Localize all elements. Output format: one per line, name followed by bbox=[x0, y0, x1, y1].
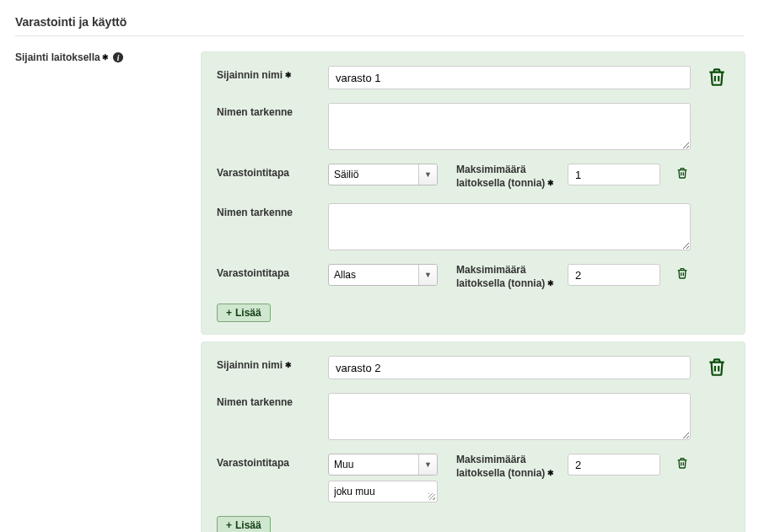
trash-icon[interactable] bbox=[674, 454, 691, 470]
plus-icon: + bbox=[226, 519, 232, 531]
label-varastointitapa: Varastointitapa bbox=[217, 264, 318, 290]
label-sijainnin-nimi: Sijainnin nimi bbox=[217, 66, 318, 89]
label-nimen-tarkenne: Nimen tarkenne bbox=[217, 393, 318, 440]
plus-icon: + bbox=[226, 307, 232, 319]
label-maksimimaara: Maksimimäärä laitoksella (tonnia) bbox=[456, 264, 557, 290]
add-button[interactable]: + Lisää bbox=[217, 516, 271, 532]
trash-icon[interactable] bbox=[674, 164, 691, 180]
storage-extra-input[interactable] bbox=[328, 481, 438, 502]
label-varastointitapa: Varastointitapa bbox=[217, 164, 318, 190]
max-amount-input[interactable] bbox=[568, 454, 660, 476]
page-title: Varastointi ja käyttö bbox=[15, 15, 744, 29]
label-varastointitapa: Varastointitapa bbox=[217, 454, 318, 502]
location-name-input[interactable] bbox=[328, 356, 691, 379]
max-amount-input[interactable] bbox=[568, 164, 660, 185]
add-button-label: Lisää bbox=[235, 519, 261, 531]
side-label-text: Sijainti laitoksella bbox=[15, 51, 109, 63]
storage-desc-textarea[interactable] bbox=[328, 203, 691, 250]
label-nimen-tarkenne: Nimen tarkenne bbox=[217, 103, 318, 150]
info-icon[interactable]: i bbox=[112, 51, 124, 63]
storage-type-select[interactable]: Säiliö bbox=[328, 164, 438, 185]
label-nimen-tarkenne: Nimen tarkenne bbox=[217, 203, 318, 250]
label-maksimimaara: Maksimimäärä laitoksella (tonnia) bbox=[456, 164, 557, 190]
trash-icon[interactable] bbox=[706, 66, 729, 89]
side-label: Sijainti laitoksella i bbox=[15, 51, 184, 63]
location-panel: Sijainnin nimi Nimen tarkenne Varastoint… bbox=[201, 341, 746, 532]
divider bbox=[15, 35, 744, 36]
label-sijainnin-nimi: Sijainnin nimi bbox=[217, 356, 318, 379]
label-maksimimaara: Maksimimäärä laitoksella (tonnia) bbox=[456, 454, 557, 480]
trash-icon[interactable] bbox=[674, 264, 691, 281]
trash-icon[interactable] bbox=[706, 356, 729, 379]
max-amount-input[interactable] bbox=[568, 264, 660, 286]
storage-type-select[interactable]: Allas bbox=[328, 264, 438, 286]
svg-text:i: i bbox=[117, 53, 120, 62]
location-desc-textarea[interactable] bbox=[328, 393, 691, 440]
storage-type-select[interactable]: Muu bbox=[328, 454, 438, 476]
location-panel: Sijainnin nimi Nimen tarkenne Varastoint… bbox=[201, 51, 746, 335]
add-button-label: Lisää bbox=[235, 307, 261, 319]
location-desc-textarea[interactable] bbox=[328, 103, 691, 150]
add-button[interactable]: + Lisää bbox=[217, 304, 271, 322]
location-name-input[interactable] bbox=[328, 66, 691, 89]
